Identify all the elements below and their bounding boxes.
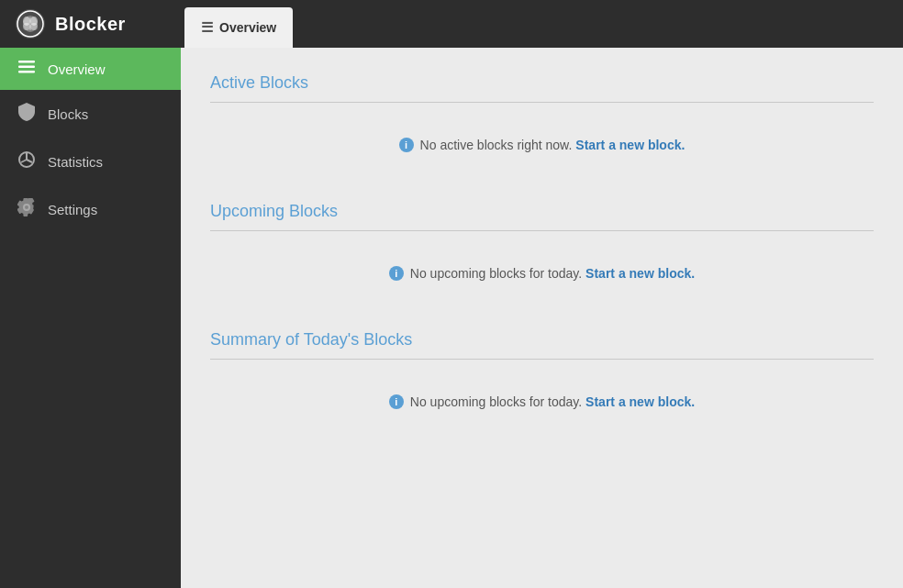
main-layout: Overview Blocks Statistics (0, 48, 903, 588)
tab-label: Overview (219, 20, 276, 35)
tab-menu-icon: ☰ (201, 19, 213, 36)
summary-title: Summary of Today's Blocks (210, 330, 874, 349)
topbar: Blocker ☰ Overview (0, 0, 903, 48)
upcoming-blocks-body: i No upcoming blocks for today. Start a … (210, 250, 874, 297)
info-icon-3: i (389, 394, 404, 409)
upcoming-blocks-section: Upcoming Blocks i No upcoming blocks for… (210, 202, 874, 297)
sidebar-item-settings[interactable]: Settings (0, 185, 181, 233)
chart-icon (17, 150, 37, 172)
sidebar-item-label: Overview (48, 61, 106, 77)
info-icon: i (399, 138, 414, 152)
tab-bar: ☰ Overview (181, 0, 293, 48)
active-blocks-divider (210, 102, 874, 103)
active-blocks-title: Active Blocks (210, 73, 874, 93)
summary-body: i No upcoming blocks for today. Start a … (210, 378, 874, 426)
active-blocks-body: i No active blocks right now. Start a ne… (210, 121, 874, 169)
sidebar-item-label: Settings (48, 202, 97, 217)
svg-rect-9 (18, 66, 35, 69)
content-area: Active Blocks i No active blocks right n… (181, 48, 903, 588)
svg-rect-8 (18, 61, 35, 63)
upcoming-blocks-divider (210, 230, 874, 231)
shield-icon (17, 103, 37, 125)
logo-area: Blocker (0, 8, 181, 39)
sidebar-item-statistics[interactable]: Statistics (0, 138, 181, 185)
summary-message: No upcoming blocks for today. (410, 394, 582, 409)
active-blocks-message: No active blocks right now. (420, 138, 573, 152)
overview-tab[interactable]: ☰ Overview (184, 7, 293, 48)
active-blocks-section: Active Blocks i No active blocks right n… (210, 73, 874, 169)
summary-section: Summary of Today's Blocks i No upcoming … (210, 330, 874, 426)
svg-rect-10 (18, 71, 35, 73)
sidebar-item-overview[interactable]: Overview (0, 48, 181, 90)
summary-new-block-link[interactable]: Start a new block. (585, 394, 695, 409)
summary-divider (210, 359, 874, 360)
svg-point-6 (30, 23, 38, 30)
svg-point-5 (23, 23, 30, 30)
sidebar-item-label: Statistics (48, 154, 103, 170)
sidebar-item-label: Blocks (48, 106, 88, 122)
sidebar: Overview Blocks Statistics (0, 48, 181, 588)
gear-icon (17, 198, 37, 220)
menu-icon (17, 61, 37, 77)
info-icon-2: i (389, 266, 404, 281)
upcoming-blocks-new-block-link[interactable]: Start a new block. (585, 266, 695, 281)
upcoming-blocks-message: No upcoming blocks for today. (410, 266, 582, 281)
app-title: Blocker (55, 14, 126, 35)
app-logo-icon (15, 8, 46, 39)
sidebar-item-blocks[interactable]: Blocks (0, 90, 181, 138)
upcoming-blocks-title: Upcoming Blocks (210, 202, 874, 221)
active-blocks-new-block-link[interactable]: Start a new block. (575, 138, 685, 152)
